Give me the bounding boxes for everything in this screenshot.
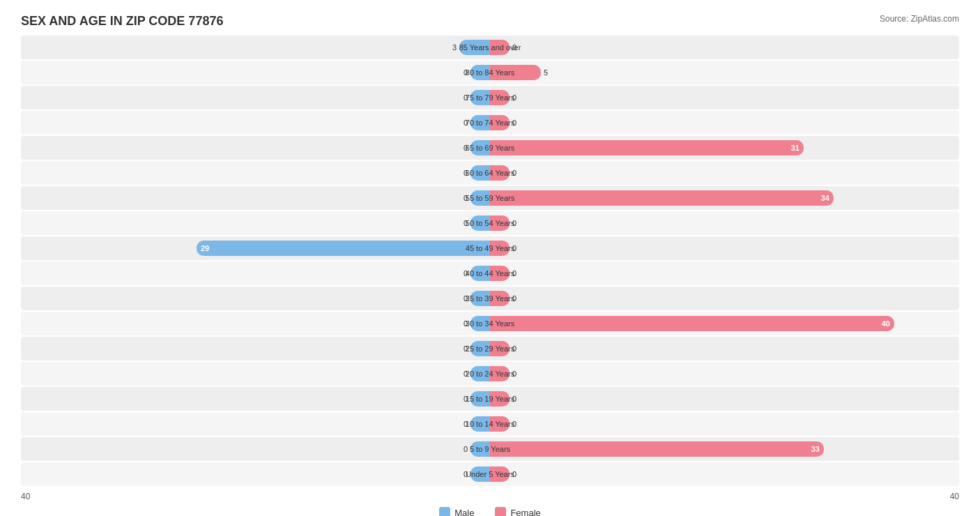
bar-row: 015 to 19 Years0 [21, 387, 959, 411]
age-range-label: Under 5 Years [463, 470, 517, 478]
bar-row: 055 to 59 Years34 [21, 186, 959, 210]
bar-row: 040 to 44 Years0 [21, 261, 959, 285]
bar-row: 385 Years and over0 [21, 36, 959, 59]
age-range-label: 10 to 14 Years [463, 420, 517, 428]
axis-row: 40 40 [21, 492, 959, 501]
bar-row: 2945 to 49 Years0 [21, 236, 959, 260]
bar-row: 010 to 14 Years0 [21, 412, 959, 436]
legend-male: Male [439, 507, 474, 516]
female-value-label: 5 [544, 68, 548, 77]
bar-row: 080 to 84 Years5 [21, 61, 959, 84]
male-bar: 29 [197, 241, 490, 256]
female-bar: 33 [490, 441, 824, 457]
female-value-label: 31 [791, 144, 799, 152]
age-range-label: 80 to 84 Years [463, 68, 517, 77]
age-range-label: 5 to 9 Years [467, 445, 513, 453]
chart-title: SEX AND AGE IN ZIP CODE 77876 [21, 14, 223, 29]
chart-area: 385 Years and over0080 to 84 Years5075 t… [21, 36, 959, 487]
female-value-label: 40 [882, 319, 890, 328]
age-range-label: 70 to 74 Years [463, 119, 517, 127]
bar-row: 070 to 74 Years0 [21, 111, 959, 135]
header: SEX AND AGE IN ZIP CODE 77876 Source: Zi… [21, 14, 959, 29]
female-value-label: 33 [811, 445, 820, 453]
female-value-label: 34 [821, 194, 829, 202]
male-color-swatch [439, 507, 450, 516]
age-range-label: 50 to 54 Years [463, 219, 517, 227]
male-legend-label: Male [454, 508, 474, 517]
age-range-label: 20 to 24 Years [463, 370, 517, 378]
bar-row: 065 to 69 Years31 [21, 136, 959, 160]
age-range-label: 60 to 64 Years [463, 169, 517, 177]
page: SEX AND AGE IN ZIP CODE 77876 Source: Zi… [0, 0, 980, 516]
male-value-label: 29 [201, 244, 209, 252]
bar-row: 030 to 34 Years40 [21, 312, 959, 335]
axis-left: 40 [21, 492, 30, 501]
age-range-label: 85 Years and over [457, 43, 524, 52]
age-range-label: 30 to 34 Years [463, 319, 517, 328]
female-legend-label: Female [510, 508, 540, 517]
source-label: Source: ZipAtlas.com [880, 14, 959, 24]
bar-row: 05 to 9 Years33 [21, 437, 959, 461]
age-range-label: 65 to 69 Years [463, 144, 517, 152]
age-range-label: 15 to 19 Years [463, 395, 517, 403]
female-bar: 34 [490, 190, 834, 206]
legend-female: Female [495, 507, 540, 516]
age-range-label: 75 to 79 Years [463, 93, 517, 102]
bar-row: 075 to 79 Years0 [21, 86, 959, 109]
bar-row: 050 to 54 Years0 [21, 211, 959, 235]
axis-right: 40 [950, 492, 959, 501]
age-range-label: 25 to 29 Years [463, 344, 517, 353]
bar-row: 0Under 5 Years0 [21, 462, 959, 486]
female-bar: 40 [490, 316, 894, 331]
bar-row: 020 to 24 Years0 [21, 362, 959, 386]
female-bar: 31 [490, 140, 804, 155]
bar-row: 025 to 29 Years0 [21, 337, 959, 361]
age-range-label: 40 to 44 Years [463, 269, 517, 278]
age-range-label: 45 to 49 Years [463, 244, 517, 252]
age-range-label: 35 to 39 Years [463, 294, 517, 303]
bar-row: 060 to 64 Years0 [21, 161, 959, 185]
age-range-label: 55 to 59 Years [463, 194, 517, 202]
bar-row: 035 to 39 Years0 [21, 287, 959, 310]
female-color-swatch [495, 507, 506, 516]
legend: Male Female [21, 507, 959, 516]
